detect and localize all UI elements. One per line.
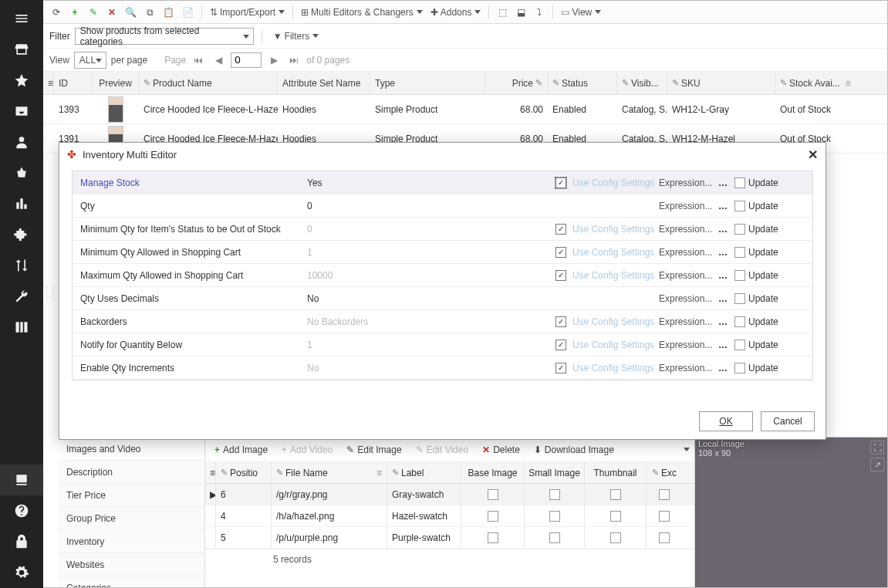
modal-row-value[interactable]: 10000 <box>304 270 549 281</box>
col-stock[interactable]: ✎Stock Avai...≡ <box>775 72 868 94</box>
col-attr-set[interactable]: Attribute Set Name <box>278 72 370 94</box>
user-icon[interactable] <box>0 127 43 157</box>
copy-icon[interactable]: ⧉ <box>141 4 158 21</box>
image-row[interactable]: 5/p/u/purple.pngPurple-swatch <box>205 527 694 549</box>
update-checkbox[interactable] <box>734 340 745 350</box>
img-col-thumb[interactable]: Thumbnail <box>585 462 647 483</box>
tab-tier-price[interactable]: Tier Price <box>59 484 204 507</box>
expression-link[interactable]: Expression... <box>659 201 714 211</box>
img-col-position[interactable]: ✎Positio <box>216 462 272 483</box>
small-checkbox[interactable] <box>549 489 560 500</box>
edit-image-button[interactable]: ✎Edit Image <box>342 443 406 457</box>
add-icon[interactable]: + <box>66 4 83 21</box>
search-icon[interactable]: 🔍 <box>122 4 140 21</box>
menu-icon[interactable] <box>0 3 43 34</box>
refresh-icon[interactable]: ⟳ <box>48 4 65 21</box>
small-checkbox[interactable] <box>549 511 560 522</box>
col-sku[interactable]: ✎SKU <box>667 72 775 94</box>
col-status[interactable]: ✎Status <box>548 72 617 94</box>
paste-icon[interactable]: 📋 <box>160 4 177 21</box>
more-button[interactable]: … <box>714 293 731 304</box>
view-selector[interactable]: ALL <box>74 52 106 69</box>
store-icon[interactable] <box>0 34 43 65</box>
expression-link[interactable]: Expression... <box>659 247 714 258</box>
table-row[interactable]: 1393Circe Hooded Ice Fleece-L-HazelHoodi… <box>43 95 887 124</box>
add-video-button[interactable]: +Add Video <box>277 443 337 457</box>
chart-icon[interactable] <box>0 188 43 219</box>
img-col-label[interactable]: ✎Label <box>387 462 461 483</box>
prev-page-button[interactable]: ◀ <box>211 52 226 68</box>
more-button[interactable]: … <box>714 363 731 373</box>
col-preview[interactable]: Preview <box>93 72 139 94</box>
more-button[interactable]: … <box>714 340 731 350</box>
tab-websites[interactable]: Websites <box>59 553 204 576</box>
add-image-button[interactable]: +Add Image <box>210 443 272 457</box>
drag-handle-icon[interactable]: ⋮⋮⋮⋮ <box>43 282 57 306</box>
modal-row-value[interactable]: No Backorders <box>304 316 549 327</box>
tab-categories[interactable]: Categories <box>59 576 204 587</box>
col-id[interactable]: ID <box>54 72 93 94</box>
config-checkbox[interactable]: ✓ <box>555 340 566 350</box>
open-external-icon[interactable]: ↗ <box>870 458 884 471</box>
tool2-icon[interactable]: ⬓ <box>512 4 529 21</box>
columns-icon[interactable] <box>0 312 43 343</box>
expression-link[interactable]: Expression... <box>659 177 714 188</box>
config-checkbox[interactable]: ✓ <box>555 247 566 258</box>
puzzle-icon[interactable] <box>0 219 43 250</box>
tray-icon[interactable] <box>0 465 43 495</box>
config-checkbox[interactable]: ✓ <box>555 363 566 373</box>
img-col-file[interactable]: ✎File Name≡ <box>272 462 387 483</box>
small-checkbox[interactable] <box>549 532 560 543</box>
base-checkbox[interactable] <box>488 511 498 522</box>
addons-dropdown[interactable]: ✚ Addons <box>427 4 485 21</box>
modal-row-value[interactable]: No <box>304 363 549 373</box>
img-col-small[interactable]: Small Image <box>525 462 585 483</box>
next-page-button[interactable]: ▶ <box>266 52 282 68</box>
col-visibility[interactable]: ✎Visib... <box>617 72 667 94</box>
update-checkbox[interactable] <box>734 363 745 373</box>
expression-link[interactable]: Expression... <box>659 224 714 235</box>
update-checkbox[interactable] <box>734 316 745 327</box>
update-checkbox[interactable] <box>734 201 745 211</box>
inbox-icon[interactable] <box>0 96 43 127</box>
modal-row-value[interactable]: No <box>304 293 549 304</box>
modal-row-value[interactable]: 0 <box>304 201 549 211</box>
delete-button[interactable]: ✕Delete <box>478 443 525 457</box>
clipboard-icon[interactable]: 📄 <box>179 4 197 21</box>
cancel-button[interactable]: Cancel <box>761 411 815 431</box>
config-checkbox[interactable]: ✓ <box>555 177 566 188</box>
tool1-icon[interactable]: ⬚ <box>494 4 511 21</box>
thumb-checkbox[interactable] <box>610 489 621 500</box>
edit-video-button[interactable]: ✎Edit Video <box>411 443 474 457</box>
sort-icon[interactable] <box>0 250 43 281</box>
config-checkbox[interactable]: ✓ <box>555 316 566 327</box>
basket-icon[interactable] <box>0 157 43 188</box>
expression-link[interactable]: Expression... <box>659 316 714 327</box>
exclude-checkbox[interactable] <box>659 489 670 500</box>
wrench-icon[interactable] <box>0 281 43 312</box>
col-type[interactable]: Type <box>370 72 486 94</box>
base-checkbox[interactable] <box>488 489 498 500</box>
update-checkbox[interactable] <box>734 247 745 258</box>
gear-icon[interactable] <box>0 557 43 588</box>
img-col-exclude[interactable]: ✎Exc <box>647 462 682 483</box>
update-checkbox[interactable] <box>734 177 745 188</box>
first-page-button[interactable]: ⏮ <box>191 52 206 68</box>
download-image-button[interactable]: ⬇Download Image <box>529 443 619 457</box>
expression-link[interactable]: Expression... <box>659 270 714 281</box>
modal-row-value[interactable]: 0 <box>304 224 549 235</box>
tab-images-and-video[interactable]: Images and Video <box>59 438 205 461</box>
modal-row-value[interactable]: 1 <box>304 340 549 350</box>
expression-link[interactable]: Expression... <box>659 340 714 350</box>
star-icon[interactable] <box>0 65 43 96</box>
modal-row-value[interactable]: 1 <box>304 247 549 258</box>
view-dropdown[interactable]: ▭ View <box>558 4 604 21</box>
more-button[interactable]: … <box>714 270 731 281</box>
tab-group-price[interactable]: Group Price <box>59 507 204 530</box>
lock-icon[interactable] <box>0 526 43 557</box>
img-col-base[interactable]: Base Image <box>461 462 525 483</box>
expression-link[interactable]: Expression... <box>659 293 714 304</box>
expand-icon[interactable]: ⛶ <box>870 441 884 455</box>
tab-inventory[interactable]: Inventory <box>59 530 204 553</box>
more-button[interactable]: … <box>714 247 731 258</box>
